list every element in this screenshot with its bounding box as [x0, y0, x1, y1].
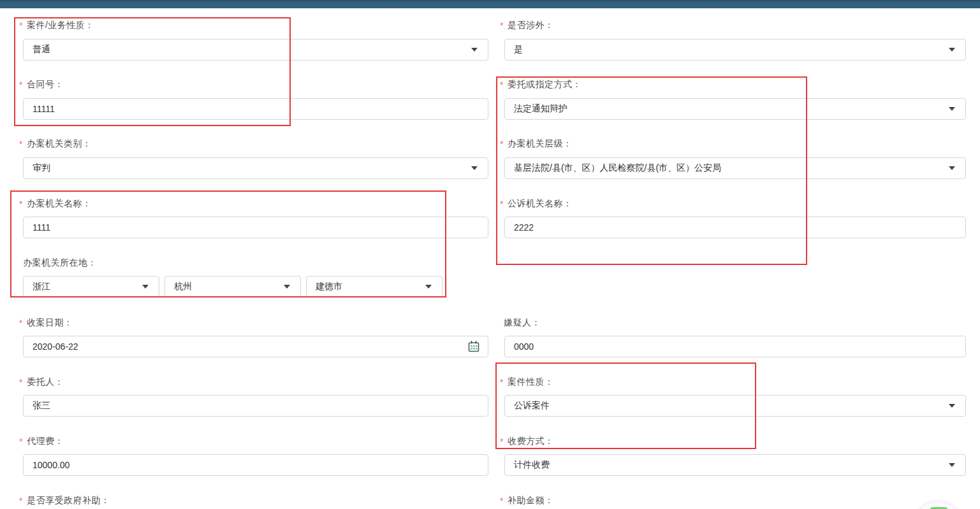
required-asterisk: * [19, 199, 23, 209]
field-label: 是否涉外： [508, 20, 554, 31]
field-client: * 委托人： [19, 376, 64, 389]
required-asterisk: * [19, 496, 23, 506]
field-label: 嫌疑人： [504, 317, 541, 329]
required-asterisk: * [19, 80, 23, 90]
chevron-down-icon [949, 463, 955, 467]
field-label: 公诉机关名称： [508, 198, 573, 210]
chevron-down-icon [471, 166, 478, 170]
handling-organ-level-select[interactable]: 基层法院/县(市、区）人民检察院/县(市、区）公安局 [504, 157, 966, 179]
field-handling-organ-name: * 办案机关名称： [19, 197, 91, 210]
case-nature-select[interactable]: 公诉案件 [504, 395, 966, 417]
field-label: 委托人： [27, 376, 64, 388]
chevron-down-icon [284, 285, 290, 289]
required-asterisk: * [500, 377, 504, 387]
field-handling-organ-location: 办案机关所在地： [19, 257, 97, 269]
field-label: 案件/业务性质： [27, 20, 94, 31]
field-label: 办案机关所在地： [23, 257, 97, 269]
field-label: 办案机关名称： [27, 198, 92, 210]
required-asterisk: * [500, 20, 504, 31]
fee-method-select[interactable]: 计件收费 [504, 454, 966, 476]
calendar-icon[interactable] [468, 341, 479, 353]
field-entrust-method: * 委托或指定方式： [500, 78, 581, 91]
chevron-down-icon [425, 285, 432, 289]
chevron-down-icon [142, 285, 149, 289]
handling-organ-name-input[interactable]: 1111 [23, 217, 488, 238]
location-district-select[interactable]: 建德市 [306, 276, 442, 298]
field-handling-organ-category: * 办案机关类别： [19, 138, 91, 150]
required-asterisk: * [500, 496, 504, 506]
field-fee-method: * 收费方式： [500, 435, 553, 448]
location-province-select[interactable]: 浙江 [23, 276, 159, 298]
field-label: 案件性质： [508, 376, 554, 388]
top-nav-bar [0, 0, 980, 8]
chevron-down-icon [949, 166, 955, 170]
client-input[interactable]: 张三 [23, 395, 488, 417]
suspect-input[interactable]: 0000 [504, 336, 966, 357]
field-contract-number: * 合同号： [19, 78, 64, 91]
field-label: 合同号： [27, 79, 64, 90]
field-label: 办案机关层级： [508, 138, 573, 150]
required-asterisk: * [500, 199, 504, 209]
chevron-down-icon [949, 404, 955, 408]
required-asterisk: * [19, 20, 23, 31]
field-label: 代理费： [27, 436, 64, 447]
field-case-business-nature: * 案件/业务性质： [19, 19, 94, 32]
field-prosecution-organ-name: * 公诉机关名称： [500, 197, 572, 210]
chevron-down-icon [471, 48, 478, 52]
location-city-select[interactable]: 杭州 [165, 276, 301, 298]
case-business-nature-select[interactable]: 普通 [23, 39, 488, 61]
required-asterisk: * [500, 436, 504, 447]
entrust-method-select[interactable]: 法定通知辩护 [504, 98, 966, 120]
floating-widget[interactable] [914, 501, 962, 509]
foreign-related-select[interactable]: 是 [504, 39, 966, 61]
required-asterisk: * [500, 139, 504, 149]
field-label: 补助金额： [508, 495, 554, 506]
field-government-subsidy: * 是否享受政府补助： [19, 494, 110, 507]
required-asterisk: * [19, 318, 23, 328]
required-asterisk: * [19, 139, 23, 149]
field-subsidy-amount: * 补助金额： [500, 494, 553, 507]
field-label: 委托或指定方式： [508, 79, 581, 90]
field-foreign-related: * 是否涉外： [500, 19, 553, 32]
field-handling-organ-level: * 办案机关层级： [500, 138, 572, 150]
chevron-down-icon [949, 48, 955, 52]
agency-fee-input[interactable]: 10000.00 [23, 454, 488, 476]
field-case-accept-date: * 收案日期： [19, 317, 73, 329]
required-asterisk: * [19, 436, 23, 447]
field-agency-fee: * 代理费： [19, 435, 64, 448]
field-case-nature: * 案件性质： [500, 376, 553, 389]
case-accept-date-input[interactable]: 2020-06-22 [23, 336, 488, 357]
handling-organ-category-select[interactable]: 审判 [23, 157, 488, 179]
field-label: 办案机关类别： [27, 138, 92, 150]
field-label: 是否享受政府补助： [27, 495, 110, 506]
field-label: 收案日期： [27, 317, 73, 329]
chevron-down-icon [949, 107, 955, 111]
required-asterisk: * [19, 377, 23, 387]
prosecution-organ-name-input[interactable]: 2222 [504, 217, 966, 238]
contract-number-input[interactable]: 11111 [23, 98, 488, 120]
required-asterisk: * [500, 80, 504, 90]
field-suspect: 嫌疑人： [500, 317, 541, 329]
field-label: 收费方式： [508, 436, 554, 447]
